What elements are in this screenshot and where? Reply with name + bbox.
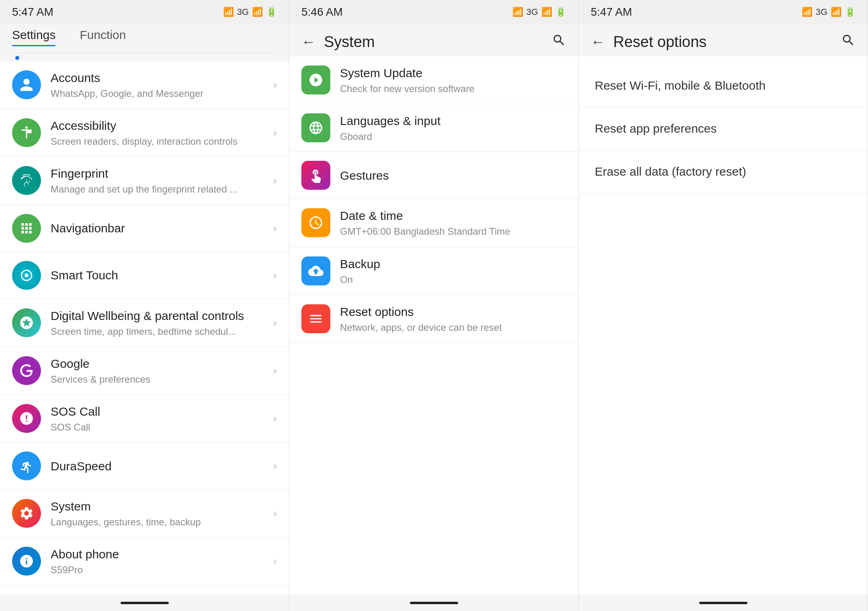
sos-icon: [12, 404, 41, 433]
system-title: System: [51, 498, 269, 514]
status-bar-1: 5:47 AM 📶 3G 📶 🔋: [0, 0, 289, 24]
gestures-title: Gestures: [340, 168, 566, 183]
reset-app-prefs-item[interactable]: Reset app preferences: [579, 107, 868, 150]
duraspeed-arrow: ›: [273, 459, 277, 472]
reset-options-list: Reset Wi-Fi, mobile & Bluetooth Reset ap…: [579, 56, 868, 595]
about-icon: [12, 547, 41, 576]
google-icon: [12, 356, 41, 385]
settings-list: Accounts WhatsApp, Google, and Messenger…: [0, 61, 289, 595]
list-item-gestures[interactable]: Gestures: [289, 152, 578, 199]
list-item-digital-wellbeing[interactable]: Digital Wellbeing & parental controls Sc…: [0, 299, 289, 347]
reset-panel: 5:47 AM 📶 3G 📶 🔋 ← Reset options Reset W…: [579, 0, 868, 611]
system-subtitle: Languages, gestures, time, backup: [51, 516, 269, 528]
reset-text: Reset options Network, apps, or device c…: [340, 304, 566, 334]
fingerprint-arrow: ›: [273, 174, 277, 187]
list-item-languages[interactable]: Languages & input Gboard: [289, 104, 578, 152]
accessibility-title: Accessibility: [51, 118, 269, 133]
list-item-smart-touch[interactable]: Smart Touch ›: [0, 252, 289, 299]
system-arrow: ›: [273, 507, 277, 520]
list-item-google[interactable]: Google Services & preferences ›: [0, 347, 289, 395]
battery-icon-3: 🔋: [845, 7, 856, 17]
list-item-reset[interactable]: Reset options Network, apps, or device c…: [289, 295, 578, 343]
back-button-system[interactable]: ←: [301, 33, 316, 50]
system-list: System Update Check for new version soft…: [289, 56, 578, 595]
accounts-subtitle: WhatsApp, Google, and Messenger: [51, 87, 269, 100]
languages-subtitle: Gboard: [340, 130, 566, 143]
datetime-text: Date & time GMT+06:00 Bangladesh Standar…: [340, 208, 566, 238]
list-item-datetime[interactable]: Date & time GMT+06:00 Bangladesh Standar…: [289, 199, 578, 247]
wifi-icon-2: 📶: [512, 7, 523, 17]
system-header-title: System: [324, 33, 375, 51]
list-item-navigationbar[interactable]: Navigationbar ›: [0, 205, 289, 252]
search-button-system[interactable]: [552, 33, 566, 51]
sos-subtitle: SOS Call: [51, 421, 269, 433]
erase-all-data-item[interactable]: Erase all data (factory reset): [579, 150, 868, 193]
system-header: ← System: [289, 24, 578, 56]
accessibility-text: Accessibility Screen readers, display, i…: [51, 118, 269, 148]
system-panel: 5:46 AM 📶 3G 📶 🔋 ← System System Update …: [289, 0, 579, 611]
digital-wellbeing-text: Digital Wellbeing & parental controls Sc…: [51, 308, 269, 338]
fingerprint-subtitle: Manage and set up the fingerprint relate…: [51, 183, 269, 195]
svg-point-2: [25, 273, 29, 277]
about-text: About phone S59Pro: [51, 546, 269, 576]
sos-text: SOS Call SOS Call: [51, 404, 269, 433]
signal-3g-icon-3: 3G: [816, 7, 827, 17]
list-item-sos[interactable]: SOS Call SOS Call ›: [0, 395, 289, 443]
system-update-text: System Update Check for new version soft…: [340, 65, 566, 95]
list-item-about[interactable]: About phone S59Pro ›: [0, 537, 289, 585]
reset-header-title: Reset options: [613, 33, 706, 51]
gestures-icon: [301, 161, 330, 190]
list-item-fingerprint[interactable]: Fingerprint Manage and set up the finger…: [0, 157, 289, 205]
signal-bars-icon-3: 📶: [831, 7, 841, 17]
fingerprint-title: Fingerprint: [51, 166, 269, 181]
gestures-text: Gestures: [340, 168, 566, 183]
accounts-icon: [12, 70, 41, 99]
reset-header: ← Reset options: [579, 24, 868, 56]
digital-wellbeing-subtitle: Screen time, app timers, bedtime schedul…: [51, 325, 269, 338]
google-text: Google Services & preferences: [51, 356, 269, 385]
reset-wifi-label: Reset Wi-Fi, mobile & Bluetooth: [595, 79, 766, 92]
backup-icon: [301, 256, 330, 285]
signal-3g-icon: 3G: [237, 7, 249, 17]
status-icons-3: 📶 3G 📶 🔋: [802, 7, 856, 17]
wifi-icon: 📶: [223, 7, 234, 17]
signal-bars-icon-2: 📶: [541, 7, 552, 17]
tab-function[interactable]: Function: [80, 28, 126, 46]
datetime-icon: [301, 208, 330, 237]
navigationbar-icon: [12, 214, 41, 243]
status-icons-1: 📶 3G 📶 🔋: [223, 7, 277, 17]
reset-title: Reset options: [340, 304, 566, 320]
list-item-system-update[interactable]: System Update Check for new version soft…: [289, 56, 578, 104]
bottom-indicator-1: [121, 602, 169, 604]
reset-wifi-item[interactable]: Reset Wi-Fi, mobile & Bluetooth: [579, 64, 868, 107]
back-button-reset[interactable]: ←: [591, 33, 605, 50]
battery-icon: 🔋: [266, 7, 277, 17]
navigationbar-text: Navigationbar: [51, 220, 269, 236]
languages-icon: [301, 113, 330, 142]
search-button-reset[interactable]: [841, 33, 856, 51]
tab-settings[interactable]: Settings: [12, 28, 55, 46]
digital-wellbeing-arrow: ›: [273, 316, 277, 329]
status-time-1: 5:47 AM: [12, 6, 53, 18]
reset-subtitle: Network, apps, or device can be reset: [340, 321, 566, 334]
list-item-accounts[interactable]: Accounts WhatsApp, Google, and Messenger…: [0, 61, 289, 109]
languages-title: Languages & input: [340, 113, 566, 129]
backup-subtitle: On: [340, 273, 566, 286]
smart-touch-arrow: ›: [273, 269, 277, 282]
smart-touch-text: Smart Touch: [51, 267, 269, 283]
sos-title: SOS Call: [51, 404, 269, 419]
reset-icon: [301, 304, 330, 333]
list-item-system[interactable]: System Languages, gestures, time, backup…: [0, 490, 289, 537]
bottom-indicator-3: [699, 602, 747, 604]
duraspeed-text: DuraSpeed: [51, 458, 269, 474]
bottom-bar-3: [579, 595, 868, 611]
bottom-indicator-2: [410, 602, 458, 604]
list-item-backup[interactable]: Backup On: [289, 247, 578, 295]
about-arrow: ›: [273, 555, 277, 568]
datetime-title: Date & time: [340, 208, 566, 223]
backup-title: Backup: [340, 256, 566, 272]
list-item-accessibility[interactable]: Accessibility Screen readers, display, i…: [0, 109, 289, 157]
signal-bars-icon: 📶: [252, 7, 263, 17]
list-item-duraspeed[interactable]: DuraSpeed ›: [0, 443, 289, 490]
duraspeed-title: DuraSpeed: [51, 458, 269, 474]
